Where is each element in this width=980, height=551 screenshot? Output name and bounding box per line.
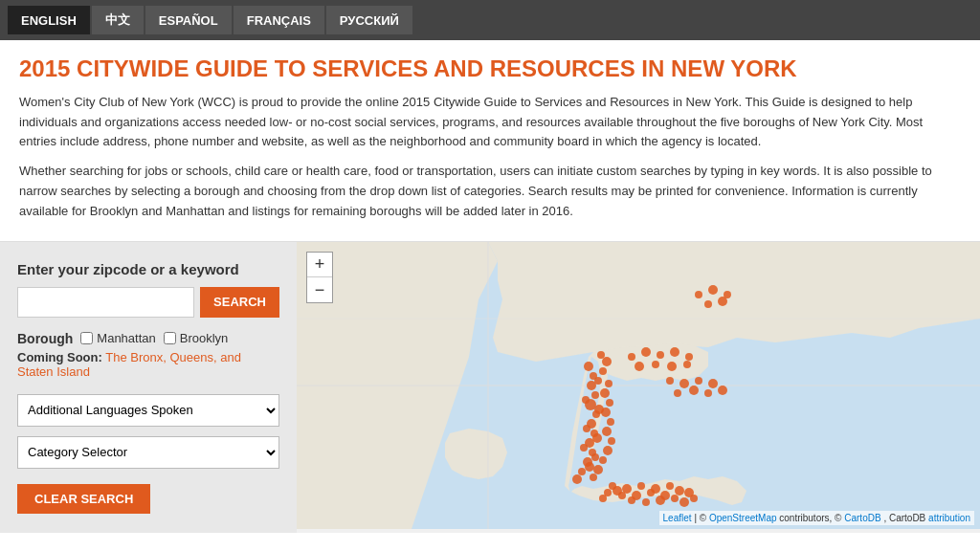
borough-label: Borough: [17, 331, 73, 346]
svg-point-75: [695, 377, 702, 385]
svg-point-17: [594, 377, 602, 385]
svg-point-77: [674, 389, 681, 397]
svg-point-78: [689, 386, 699, 395]
map-svg: [297, 242, 980, 529]
svg-point-57: [593, 465, 603, 474]
svg-point-71: [704, 300, 712, 308]
brooklyn-label: Brooklyn: [180, 331, 229, 345]
svg-point-44: [679, 497, 689, 507]
attribution-link[interactable]: attribution: [928, 513, 970, 523]
lang-russian[interactable]: РУССКИЙ: [326, 6, 412, 34]
svg-point-65: [652, 361, 659, 368]
map-zoom-controls: + −: [306, 252, 333, 303]
map-attribution: Leaflet | © OpenStreetMap contributors, …: [659, 511, 974, 525]
svg-point-23: [591, 453, 599, 461]
svg-point-55: [603, 446, 612, 455]
svg-point-7: [591, 391, 599, 399]
coming-soon: Coming Soon: The Bronx, Queens, and Stat…: [17, 350, 279, 379]
svg-point-22: [580, 444, 588, 452]
svg-point-69: [708, 285, 718, 295]
zoom-out-button[interactable]: −: [307, 277, 332, 302]
svg-point-76: [708, 379, 718, 388]
svg-point-21: [592, 433, 602, 443]
svg-point-53: [602, 427, 612, 436]
zoom-in-button[interactable]: +: [307, 253, 332, 277]
svg-point-62: [670, 347, 679, 357]
svg-point-18: [582, 396, 590, 404]
svg-point-24: [585, 462, 594, 472]
manhattan-checkbox-group: Manhattan: [80, 331, 155, 345]
map-panel: + − Leaflet | © OpenStreetMap contributo…: [297, 242, 980, 529]
coming-soon-label: Coming Soon:: [17, 350, 102, 364]
svg-point-20: [583, 425, 590, 432]
svg-point-37: [628, 496, 635, 504]
svg-point-51: [601, 408, 611, 417]
svg-point-66: [667, 362, 677, 371]
category-dropdown[interactable]: Category Selector: [17, 436, 279, 469]
leaflet-link[interactable]: Leaflet: [663, 513, 692, 523]
svg-point-67: [683, 361, 691, 368]
svg-point-16: [572, 474, 582, 484]
languages-dropdown[interactable]: Additional Languages Spoken: [17, 394, 279, 427]
search-row: SEARCH: [17, 287, 279, 318]
manhattan-checkbox[interactable]: [80, 332, 93, 344]
svg-point-42: [599, 495, 607, 502]
header-paragraph1: Women's City Club of New York (WCC) is p…: [19, 93, 961, 152]
search-label: Enter your zipcode or a keyword: [17, 261, 279, 277]
svg-point-45: [597, 351, 605, 359]
brooklyn-checkbox[interactable]: [164, 332, 176, 344]
svg-point-68: [695, 291, 702, 298]
svg-point-29: [666, 482, 674, 490]
svg-point-4: [584, 362, 593, 371]
svg-point-35: [642, 498, 650, 506]
svg-point-56: [599, 456, 607, 464]
borough-row: Borough Manhattan Brooklyn: [17, 331, 279, 346]
lang-chinese[interactable]: 中文: [92, 6, 144, 34]
attribution-text3: , CartoDB: [883, 513, 928, 523]
svg-point-79: [704, 389, 712, 397]
svg-point-52: [607, 418, 614, 426]
svg-point-43: [690, 495, 698, 502]
svg-point-27: [637, 482, 645, 490]
svg-point-49: [600, 388, 610, 398]
cartodb-link[interactable]: CartoDB: [844, 513, 880, 523]
attribution-text: | ©: [694, 513, 709, 523]
lang-english[interactable]: ENGLISH: [8, 6, 90, 34]
svg-point-48: [605, 380, 612, 387]
clear-search-button[interactable]: CLEAR SEARCH: [17, 484, 150, 514]
language-bar: ENGLISH 中文 ESPAÑOL FRANÇAIS РУССКИЙ: [0, 0, 980, 40]
osm-link[interactable]: OpenStreetMap: [709, 513, 777, 523]
main-title: 2015 CITYWIDE GUIDE TO SERVICES AND RESO…: [19, 55, 961, 83]
svg-point-39: [612, 486, 622, 496]
svg-point-47: [599, 367, 607, 375]
attribution-text2: contributors, ©: [779, 513, 844, 523]
search-button[interactable]: SEARCH: [200, 287, 279, 318]
svg-point-61: [657, 351, 664, 359]
svg-point-50: [606, 399, 613, 407]
svg-point-73: [666, 377, 674, 385]
svg-point-60: [641, 347, 651, 357]
svg-point-72: [718, 297, 727, 306]
svg-point-58: [590, 474, 597, 481]
svg-point-64: [635, 362, 644, 371]
svg-point-63: [685, 353, 693, 361]
header-paragraph2: Whether searching for jobs or schools, c…: [19, 162, 961, 221]
svg-point-74: [679, 379, 689, 388]
svg-point-15: [578, 468, 586, 475]
svg-point-59: [628, 353, 635, 361]
left-panel: Enter your zipcode or a keyword SEARCH B…: [0, 242, 297, 533]
svg-point-80: [718, 386, 727, 395]
header-section: 2015 CITYWIDE GUIDE TO SERVICES AND RESO…: [0, 40, 980, 242]
svg-point-54: [608, 437, 615, 445]
svg-point-34: [675, 486, 684, 496]
svg-point-31: [647, 489, 655, 496]
manhattan-label: Manhattan: [97, 331, 155, 345]
lang-french[interactable]: FRANÇAIS: [234, 6, 324, 34]
svg-point-38: [671, 495, 679, 502]
main-content: Enter your zipcode or a keyword SEARCH B…: [0, 242, 980, 533]
svg-point-36: [656, 496, 665, 505]
svg-point-46: [602, 357, 612, 366]
brooklyn-checkbox-group: Brooklyn: [164, 331, 229, 345]
search-input[interactable]: [17, 287, 194, 318]
lang-spanish[interactable]: ESPAÑOL: [145, 6, 232, 34]
